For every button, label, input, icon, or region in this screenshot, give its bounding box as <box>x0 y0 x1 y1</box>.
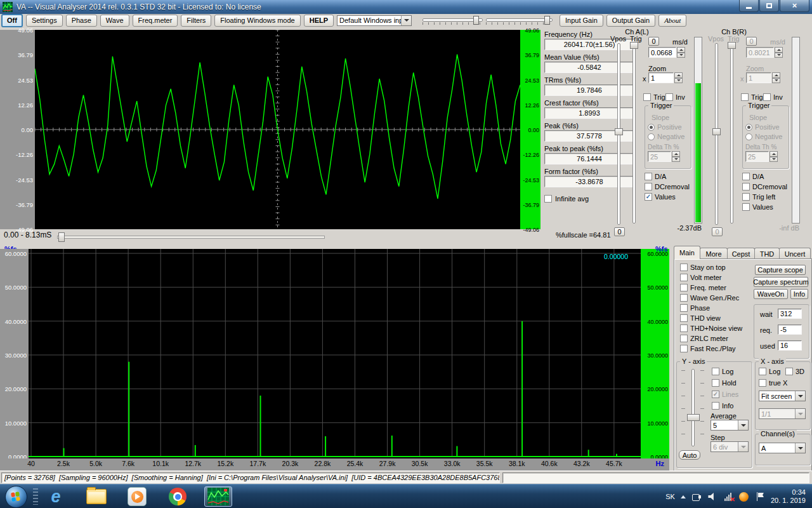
channel-a-negative-radio[interactable] <box>648 133 655 140</box>
phase-checkbox[interactable] <box>680 304 688 312</box>
antivirus-icon[interactable] <box>739 491 749 502</box>
infinite-avg-checkbox[interactable] <box>544 195 552 203</box>
channel-a-vpos-thumb[interactable] <box>615 128 623 135</box>
fast-rec-checkbox[interactable] <box>680 345 688 352</box>
channel-b-values-checkbox[interactable] <box>742 203 750 211</box>
channel-a-vpos-slider[interactable] <box>614 43 623 225</box>
floating-windows-button[interactable]: Floating Windows mode <box>214 15 300 27</box>
tab-more[interactable]: More <box>700 248 728 259</box>
wave-gen-checkbox[interactable] <box>680 294 688 302</box>
channel-a-values-checkbox[interactable] <box>645 193 652 201</box>
zrlc-checkbox[interactable] <box>680 335 688 342</box>
capture-spectrum-button[interactable]: Capture spectrum <box>754 277 808 287</box>
channel-b-zoom-spinner[interactable] <box>772 72 780 83</box>
channel-a-timediv-spinner[interactable] <box>677 47 685 58</box>
channel-b-deltath-input[interactable]: 25 <box>745 151 769 162</box>
channel-b-dcremoval-checkbox[interactable] <box>742 183 750 190</box>
thd-noise-checkbox[interactable] <box>680 324 688 332</box>
wait-value[interactable]: 312 <box>778 309 802 319</box>
scope-scrollbar-thumb[interactable] <box>58 232 65 242</box>
channels-select[interactable]: A <box>759 443 806 453</box>
tab-cepst[interactable]: Cepst <box>727 248 755 259</box>
off-button[interactable]: Off <box>1 14 23 27</box>
tab-thd[interactable]: THD <box>754 248 780 259</box>
channel-a-timediv-input[interactable]: 0.0668 <box>648 47 676 58</box>
used-value[interactable]: 16 <box>778 340 802 351</box>
action-center-flag-icon[interactable] <box>755 491 765 502</box>
output-gain-button[interactable]: Output Gain <box>606 15 655 27</box>
channel-a-zoom-input[interactable]: 1 <box>648 72 674 83</box>
channel-a-zero-button[interactable]: 0 <box>648 37 659 46</box>
scope-scrollbar[interactable] <box>57 232 324 241</box>
capture-scope-button[interactable]: Capture scope <box>755 265 806 275</box>
output-gain-slider[interactable] <box>486 16 553 25</box>
channel-a-deltath-spinner[interactable] <box>672 151 680 162</box>
visual-analyser-task-button[interactable] <box>204 486 232 507</box>
settings-button[interactable]: Settings <box>26 15 63 27</box>
channel-a-inv-checkbox[interactable] <box>665 93 673 101</box>
channel-a-positive-radio[interactable] <box>648 124 655 131</box>
input-gain-slider-thumb[interactable] <box>473 16 479 25</box>
y-lines-checkbox[interactable] <box>712 391 719 398</box>
dropdown-arrow-icon[interactable] <box>738 420 748 430</box>
channel-a-dcremoval-checkbox[interactable] <box>645 183 652 190</box>
channel-b-da-checkbox[interactable] <box>742 173 750 180</box>
y-hold-checkbox[interactable] <box>712 379 719 387</box>
dropdown-arrow-icon[interactable] <box>401 16 411 25</box>
minimize-button[interactable] <box>739 0 759 12</box>
channel-a-trig-thumb[interactable] <box>630 42 638 49</box>
wave-button[interactable]: Wave <box>100 15 129 27</box>
fit-screen-select[interactable]: Fit screen <box>759 391 806 401</box>
average-select[interactable]: 5 <box>710 420 749 431</box>
volt-meter-checkbox[interactable] <box>680 274 688 281</box>
ratio-select[interactable]: 1/1 <box>759 408 806 419</box>
channel-b-deltath-spinner[interactable] <box>769 151 778 162</box>
y-axis-slider-thumb[interactable] <box>687 414 700 421</box>
channel-b-vpos-zero-button[interactable]: 0 <box>712 227 723 236</box>
dropdown-arrow-icon[interactable] <box>795 391 805 401</box>
x-log-checkbox[interactable] <box>759 368 766 375</box>
y-auto-button[interactable]: Auto <box>679 450 700 460</box>
channel-b-negative-radio[interactable] <box>745 133 752 140</box>
tab-main[interactable]: Main <box>674 246 700 259</box>
phase-button[interactable]: Phase <box>66 15 97 27</box>
channel-a-trig-slider[interactable] <box>629 42 638 224</box>
media-player-icon[interactable] <box>123 486 151 507</box>
file-explorer-icon[interactable] <box>82 486 110 507</box>
channel-b-positive-radio[interactable] <box>745 124 752 131</box>
y-info-checkbox[interactable] <box>712 402 719 410</box>
stay-on-top-checkbox[interactable] <box>680 264 688 271</box>
wave-on-button[interactable]: WaveOn <box>754 289 788 299</box>
filters-button[interactable]: Filters <box>181 15 211 27</box>
x-truex-checkbox[interactable] <box>759 379 766 387</box>
about-button[interactable]: About <box>658 15 686 27</box>
channel-b-zoom-input[interactable]: 1 <box>746 72 771 83</box>
input-gain-slider[interactable] <box>422 16 483 25</box>
thd-view-checkbox[interactable] <box>680 314 688 322</box>
network-icon[interactable]: ✕ <box>723 491 733 502</box>
internet-explorer-icon[interactable]: e <box>42 486 70 507</box>
channel-a-vpos-zero-button[interactable]: 0 <box>614 227 625 236</box>
x-3d-checkbox[interactable] <box>785 368 793 375</box>
channel-b-timediv-spinner[interactable] <box>775 47 783 58</box>
tray-expand-icon[interactable] <box>681 495 686 498</box>
channel-b-trig-thumb[interactable] <box>728 42 736 49</box>
channel-b-inv-checkbox[interactable] <box>763 93 771 101</box>
safely-remove-icon[interactable] <box>691 491 702 502</box>
channel-b-vpos-slider[interactable] <box>712 43 721 225</box>
channel-a-deltath-input[interactable]: 25 <box>648 151 671 162</box>
language-indicator[interactable]: SK <box>665 493 675 500</box>
freq-meter-button[interactable]: Freq.meter <box>133 15 178 27</box>
channel-b-zero-button[interactable]: 0 <box>746 37 757 46</box>
channel-b-trigleft-checkbox[interactable] <box>742 193 750 201</box>
channel-b-trig-checkbox[interactable] <box>741 93 749 101</box>
help-button[interactable]: HELP <box>304 15 334 27</box>
channel-a-zoom-spinner[interactable] <box>674 72 683 83</box>
channel-a-trig-checkbox[interactable] <box>643 93 651 101</box>
start-button[interactable] <box>5 486 27 508</box>
volume-icon[interactable] <box>707 491 717 502</box>
maximize-button[interactable] <box>759 0 779 12</box>
clock[interactable]: 0:34 20. 1. 2019 <box>771 488 809 505</box>
input-gain-button[interactable]: Input Gain <box>560 15 603 27</box>
chrome-icon[interactable] <box>164 486 192 507</box>
